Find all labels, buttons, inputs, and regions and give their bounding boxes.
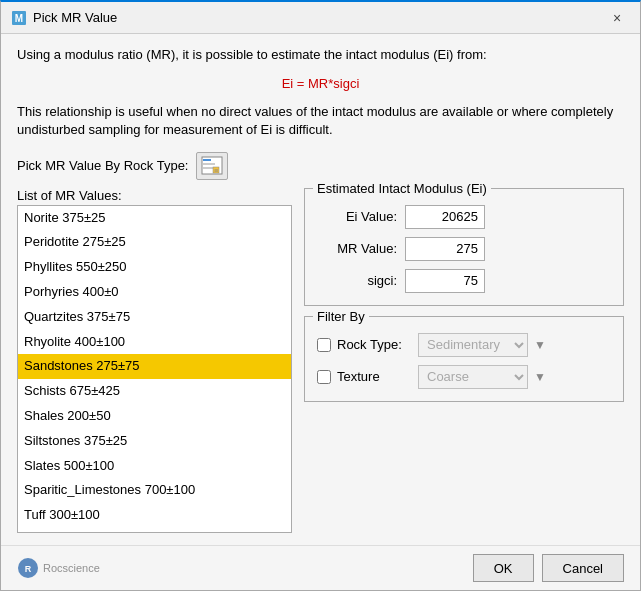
footer-logo: R Rocscience [17,557,100,579]
list-item[interactable]: Peridotite 275±25 [18,230,291,255]
texture-filter-row: Texture Coarse ▼ [317,365,611,389]
rocscience-logo-icon: R [17,557,39,579]
rock-type-select[interactable]: Sedimentary [418,333,528,357]
list-item[interactable]: Siltstones 375±25 [18,429,291,454]
main-area: List of MR Values: Norite 375±25Peridoti… [17,188,624,533]
footer-logo-text: Rocscience [43,562,100,574]
list-panel: List of MR Values: Norite 375±25Peridoti… [17,188,292,533]
dialog-footer: R Rocscience OK Cancel [1,545,640,590]
list-item[interactable]: Rhyolite 400±100 [18,330,291,355]
svg-rect-3 [203,159,211,161]
sigci-row: sigci: [317,269,611,293]
list-item[interactable]: Slates 500±100 [18,454,291,479]
list-item[interactable]: Porhyries 400±0 [18,280,291,305]
description-text: Using a modulus ratio (MR), it is possib… [17,46,624,64]
sigci-label: sigci: [317,273,397,288]
close-button[interactable]: × [604,8,630,28]
rock-type-filter-row: Rock Type: Sedimentary ▼ [317,333,611,357]
list-item[interactable]: Sparitic_Limestones 700±100 [18,478,291,503]
description-line3: This relationship is useful when no dire… [17,103,624,139]
list-item[interactable]: Phyllites 550±250 [18,255,291,280]
sigci-input[interactable] [405,269,485,293]
list-item[interactable]: Sandstones 275±75 [18,354,291,379]
pick-label: Pick MR Value By Rock Type: [17,158,188,173]
list-item[interactable]: Shales 200±50 [18,404,291,429]
ei-value-row: Ei Value: [317,205,611,229]
texture-label: Texture [337,369,412,384]
svg-text:M: M [15,13,23,24]
estimated-modulus-title: Estimated Intact Modulus (Ei) [313,181,491,196]
filter-by-group: Filter By Rock Type: Sedimentary ▼ Textu… [304,316,624,402]
svg-rect-4 [203,163,215,165]
svg-text:R: R [25,564,32,574]
title-bar-left: M Pick MR Value [11,10,117,26]
texture-checkbox[interactable] [317,370,331,384]
list-item[interactable]: Tuff 300±100 [18,503,291,528]
list-item[interactable]: Norite 375±25 [18,206,291,231]
cancel-button[interactable]: Cancel [542,554,624,582]
mr-value-input[interactable] [405,237,485,261]
dialog-window: M Pick MR Value × Using a modulus ratio … [0,0,641,591]
pick-icon-button[interactable]: ≡ [196,152,228,180]
dialog-icon: M [11,10,27,26]
list-label: List of MR Values: [17,188,292,203]
ok-button[interactable]: OK [473,554,534,582]
svg-rect-5 [203,167,213,169]
list-item[interactable]: Quartzites 375±75 [18,305,291,330]
right-panel: Estimated Intact Modulus (Ei) Ei Value: … [304,188,624,533]
list-item[interactable]: Schists 675±425 [18,379,291,404]
rock-type-label: Rock Type: [337,337,412,352]
estimated-modulus-group: Estimated Intact Modulus (Ei) Ei Value: … [304,188,624,306]
rock-type-checkbox[interactable] [317,338,331,352]
mr-value-row: MR Value: [317,237,611,261]
formula-text: Ei = MR*sigci [17,76,624,91]
pick-row: Pick MR Value By Rock Type: ≡ [17,152,624,180]
svg-text:≡: ≡ [214,167,218,174]
ei-value-input[interactable] [405,205,485,229]
mr-label: MR Value: [317,241,397,256]
ei-label: Ei Value: [317,209,397,224]
dialog-title: Pick MR Value [33,10,117,25]
filter-by-title: Filter By [313,309,369,324]
texture-select[interactable]: Coarse [418,365,528,389]
dialog-content: Using a modulus ratio (MR), it is possib… [1,34,640,545]
mr-list[interactable]: Norite 375±25Peridotite 275±25Phyllites … [17,205,292,533]
title-bar: M Pick MR Value × [1,2,640,34]
